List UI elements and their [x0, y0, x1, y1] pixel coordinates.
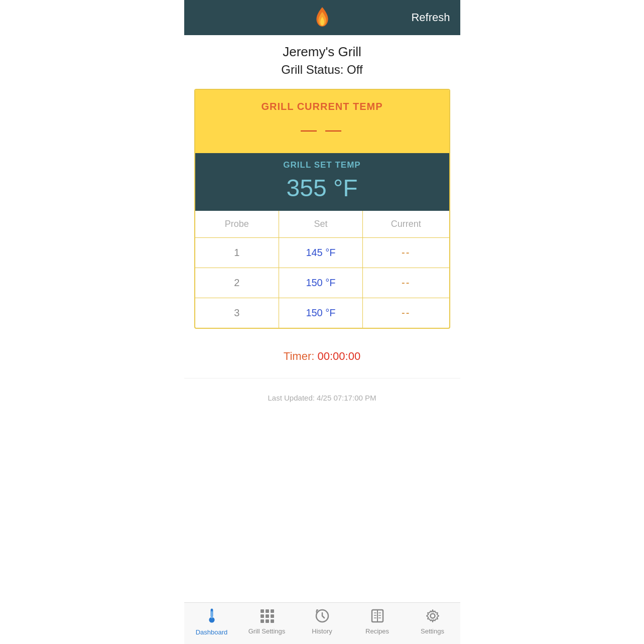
- probe-num-1: 1: [195, 238, 279, 268]
- set-temp-section: GRILL SET TEMP 355 °F: [195, 153, 449, 211]
- table-row: 1 145 °F --: [195, 238, 449, 268]
- temperature-card: GRILL CURRENT TEMP — — GRILL SET TEMP 35…: [194, 89, 450, 329]
- timer-label: Timer: 00:00:00: [284, 350, 360, 362]
- grill-status: Grill Status: Off: [189, 63, 455, 77]
- grill-info: Jeremy's Grill Grill Status: Off: [184, 35, 460, 82]
- col-header-current: Current: [362, 211, 449, 238]
- probe-table: Probe Set Current 1 145 °F -- 2 150 °F -…: [195, 211, 449, 328]
- current-temp-value: — —: [200, 120, 444, 139]
- last-updated: Last Updated: 4/25 07:17:00 PM: [184, 378, 460, 407]
- probe-num-2: 2: [195, 268, 279, 298]
- timer-value: 00:00:00: [318, 350, 361, 362]
- probe-current-1: --: [362, 238, 449, 268]
- probe-current-3: --: [362, 298, 449, 328]
- col-header-set: Set: [279, 211, 362, 238]
- flame-icon: [312, 6, 332, 30]
- timer-section: Timer: 00:00:00: [184, 336, 460, 373]
- table-row: 2 150 °F --: [195, 268, 449, 298]
- grill-name: Jeremy's Grill: [189, 44, 455, 60]
- refresh-button[interactable]: Refresh: [411, 11, 450, 24]
- app-header: Refresh: [184, 0, 460, 35]
- current-temp-section: GRILL CURRENT TEMP — —: [195, 90, 449, 153]
- probe-set-2: 150 °F: [279, 268, 362, 298]
- probe-current-2: --: [362, 268, 449, 298]
- probe-set-3: 150 °F: [279, 298, 362, 328]
- table-row: 3 150 °F --: [195, 298, 449, 328]
- current-temp-label: GRILL CURRENT TEMP: [200, 101, 444, 112]
- set-temp-label: GRILL SET TEMP: [200, 160, 444, 170]
- probe-set-1: 145 °F: [279, 238, 362, 268]
- set-temp-value: 355 °F: [200, 174, 444, 202]
- col-header-probe: Probe: [195, 211, 279, 238]
- probe-num-3: 3: [195, 298, 279, 328]
